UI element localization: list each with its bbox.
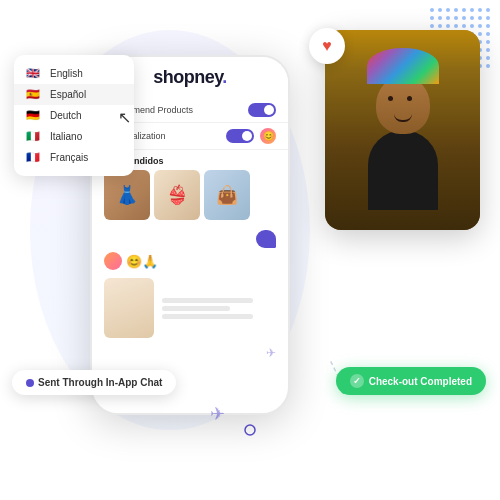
scene: 🇬🇧 English 🇪🇸 Español 🇩🇪 Deutch 🇮🇹 Itali… (0, 0, 500, 500)
product-strip: 👗 👙 👜 (92, 170, 288, 226)
product-thumb-1[interactable]: 👗 (104, 170, 150, 220)
lang-label-deutsch: Deutch (50, 110, 82, 121)
language-dropdown[interactable]: 🇬🇧 English 🇪🇸 Español 🇩🇪 Deutch 🇮🇹 Itali… (14, 55, 134, 176)
product-thumb-3[interactable]: 👜 (204, 170, 250, 220)
heart-badge[interactable]: ♥ (309, 28, 345, 64)
bottom-send-arrow: ✈ (210, 403, 225, 425)
product-card-bottom (92, 274, 288, 342)
lang-label-english: English (50, 68, 83, 79)
send-icon-row: ✈ (92, 342, 288, 360)
flag-italiano: 🇮🇹 (26, 131, 42, 142)
chat-badge: Sent Through In-App Chat (12, 370, 176, 395)
photo-card (325, 30, 480, 230)
lang-item-italiano[interactable]: 🇮🇹 Italiano (14, 126, 134, 147)
lang-label-italiano: Italiano (50, 131, 82, 142)
svg-point-4 (245, 425, 255, 435)
flag-english: 🇬🇧 (26, 68, 42, 79)
lang-item-english[interactable]: 🇬🇧 English (14, 63, 134, 84)
eyes (388, 96, 412, 101)
personalization-badge: 😊 (260, 128, 276, 144)
app-logo: shopney. (153, 67, 227, 88)
chat-area: 😊🙏 (92, 226, 288, 274)
chat-badge-label: Sent Through In-App Chat (38, 377, 162, 388)
product-thumb-2[interactable]: 👙 (154, 170, 200, 220)
send-icon[interactable]: ✈ (266, 346, 276, 360)
face (376, 76, 430, 134)
smile (394, 114, 412, 122)
chat-bubble-out (256, 230, 276, 248)
checkout-check-icon: ✓ (350, 374, 364, 388)
person-photo (325, 30, 480, 230)
flag-francais: 🇫🇷 (26, 152, 42, 163)
lang-item-deutsch[interactable]: 🇩🇪 Deutch (14, 105, 134, 126)
toggle-personalization-switch[interactable] (226, 129, 254, 143)
lang-label-espanol: Español (50, 89, 86, 100)
flag-deutsch: 🇩🇪 (26, 110, 42, 121)
toggle-recommend-switch[interactable] (248, 103, 276, 117)
flag-espanol: 🇪🇸 (26, 89, 42, 100)
chat-emoji-row: 😊🙏 (104, 252, 276, 270)
lang-item-francais[interactable]: 🇫🇷 Français (14, 147, 134, 168)
person-figure (325, 30, 480, 230)
headwrap (367, 48, 439, 84)
lang-label-francais: Français (50, 152, 88, 163)
product-line-3 (162, 314, 253, 319)
product-line-1 (162, 298, 253, 303)
checkout-badge: ✓ Check-out Completed (336, 367, 486, 395)
body (368, 130, 438, 210)
product-card-info (162, 298, 276, 319)
product-line-2 (162, 306, 230, 311)
lang-item-espanol[interactable]: 🇪🇸 Español (14, 84, 134, 105)
product-card-image (104, 278, 154, 338)
heart-icon: ♥ (322, 37, 332, 55)
logo-dot: . (222, 67, 227, 87)
chat-badge-dot (26, 379, 34, 387)
checkout-badge-label: Check-out Completed (369, 376, 472, 387)
